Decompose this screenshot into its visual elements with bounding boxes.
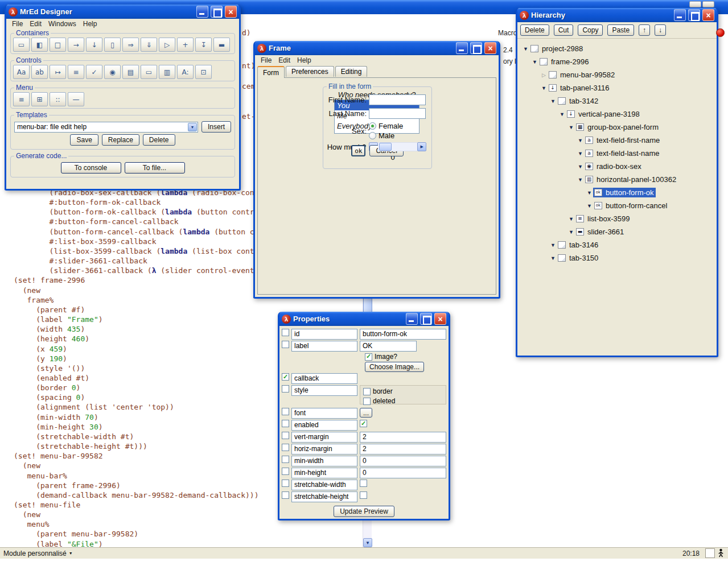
tree-item-tab-3142[interactable]: ▼tab-3142: [519, 94, 715, 108]
control-tool-button-10[interactable]: A:: [177, 65, 194, 79]
prop-name-stretchable-width[interactable]: stretchable-width: [291, 480, 357, 490]
control-tool-button-6[interactable]: ◉: [104, 65, 121, 79]
paste-button[interactable]: Paste: [607, 24, 634, 36]
font-ellipsis-button[interactable]: ...: [360, 408, 372, 418]
control-tool-button-8[interactable]: ▭: [141, 65, 157, 79]
chevron-down-icon[interactable]: ▼: [558, 111, 566, 117]
tree-item-list-box-3599[interactable]: ▼≡list-box-3599: [519, 212, 715, 225]
tree-item-button-form-cancel[interactable]: ▼okbutton-form-cancel: [519, 199, 715, 212]
container-tool-button-4[interactable]: →: [68, 38, 84, 52]
deleted-checkbox[interactable]: [363, 398, 371, 405]
control-tool-button-7[interactable]: ▤: [122, 65, 139, 79]
prop-select-checkbox[interactable]: [282, 432, 289, 439]
tab-form[interactable]: Form: [257, 66, 285, 78]
container-tool-button-1[interactable]: ▭: [13, 38, 30, 52]
prop-value-horiz-margin[interactable]: 2: [360, 444, 446, 455]
update-preview-button[interactable]: Update Preview: [334, 506, 394, 517]
background-window-button[interactable]: [689, 1, 701, 7]
radio-male[interactable]: Male: [369, 131, 403, 140]
tree-item-project-2988[interactable]: ▼project-2988: [519, 42, 715, 55]
template-select[interactable]: menu-bar: file edit help ▼: [14, 122, 198, 133]
prop-name-enabled[interactable]: enabled: [291, 420, 357, 431]
prop-select-checkbox[interactable]: [282, 480, 289, 487]
copy-button[interactable]: Copy: [578, 24, 603, 36]
stretchable-width-checkbox[interactable]: [360, 480, 367, 487]
prop-value-label[interactable]: OK: [360, 341, 417, 352]
menu-tool-button-3[interactable]: ::: [50, 92, 66, 106]
chevron-down-icon[interactable]: ▼: [549, 98, 557, 104]
prop-value-id[interactable]: button-form-ok: [360, 329, 446, 340]
frame-titlebar[interactable]: λ Frame ×: [255, 41, 499, 55]
container-tool-button-10[interactable]: +: [177, 38, 194, 52]
chevron-right-icon[interactable]: ▷: [540, 72, 548, 78]
tree-item-frame-2996[interactable]: ▼frame-2996: [519, 55, 715, 68]
module-language-selector[interactable]: Module personnalisé ▼: [3, 550, 73, 557]
prop-select-checkbox[interactable]: [282, 408, 289, 415]
background-window-button[interactable]: [702, 1, 714, 7]
ok-button[interactable]: ok: [351, 145, 365, 156]
prop-select-checkbox[interactable]: [282, 329, 289, 336]
cut-button[interactable]: Cut: [554, 24, 574, 36]
minimize-button[interactable]: [456, 42, 468, 54]
border-checkbox[interactable]: [363, 388, 371, 395]
close-button[interactable]: ×: [702, 9, 714, 21]
tree-item-horizontal-panel-100362[interactable]: ▼▥horizontal-panel-100362: [519, 173, 715, 186]
radio-female[interactable]: Female: [369, 122, 403, 130]
control-tool-button-2[interactable]: ab: [31, 65, 48, 79]
tree-item-text-field-first-name[interactable]: ▼atext-field-first-name: [519, 134, 715, 147]
to-file-button[interactable]: To file...: [125, 162, 185, 173]
maximize-button[interactable]: [211, 6, 223, 18]
prop-select-checkbox[interactable]: [282, 420, 289, 427]
close-button[interactable]: ×: [434, 313, 446, 325]
prop-name-vert-margin[interactable]: vert-margin: [291, 432, 357, 443]
last-name-input[interactable]: [369, 108, 426, 119]
frame-menu-help[interactable]: Help: [294, 56, 315, 64]
prop-name-min-height[interactable]: min-height: [291, 468, 357, 478]
prop-name-style[interactable]: style: [291, 385, 357, 396]
tree-item-group-box-panel-form[interactable]: ▼▦group-box-panel-form: [519, 121, 715, 134]
container-tool-button-3[interactable]: □: [50, 38, 66, 52]
minimize-button[interactable]: [674, 9, 686, 21]
menu-tool-button-4[interactable]: —: [68, 92, 84, 106]
minimize-button[interactable]: [196, 6, 208, 18]
chevron-down-icon[interactable]: ▼: [522, 46, 529, 52]
prop-name-stretchable-height[interactable]: stretchable-height: [291, 491, 357, 502]
chevron-down-icon[interactable]: ▼: [540, 85, 548, 91]
prop-name-horiz-margin[interactable]: horiz-margin: [291, 444, 357, 455]
slider-thumb[interactable]: [379, 143, 392, 151]
prop-name-min-width[interactable]: min-width: [291, 456, 357, 466]
prop-select-checkbox[interactable]: [282, 385, 289, 393]
container-tool-button-2[interactable]: ◧: [31, 38, 48, 52]
menu-tool-button-1[interactable]: ≡: [13, 92, 30, 106]
move-down-button[interactable]: ↓: [655, 24, 666, 36]
frame-menu-edit[interactable]: Edit: [275, 56, 294, 64]
maximize-button[interactable]: [420, 313, 432, 325]
control-tool-button-5[interactable]: ✓: [86, 65, 102, 79]
first-name-input[interactable]: [369, 94, 426, 105]
frame-menu-file[interactable]: File: [257, 56, 275, 64]
container-tool-button-11[interactable]: ↧: [195, 38, 212, 52]
chevron-down-icon[interactable]: ▼: [577, 177, 584, 183]
mred-titlebar[interactable]: λ MrEd Designer ×: [6, 5, 239, 19]
container-tool-button-12[interactable]: ▬: [213, 38, 230, 52]
prop-select-checkbox[interactable]: [282, 468, 289, 475]
prop-name-label[interactable]: label: [291, 341, 357, 352]
chevron-down-icon[interactable]: ▼: [577, 151, 584, 156]
minimize-button[interactable]: [406, 313, 418, 325]
prop-select-checkbox[interactable]: [282, 341, 289, 348]
save-button[interactable]: Save: [70, 134, 98, 146]
chevron-down-icon[interactable]: ▼: [549, 255, 557, 261]
hierarchy-titlebar[interactable]: λ Hierarchy ×: [517, 8, 717, 22]
control-tool-button-11[interactable]: ⊡: [195, 65, 212, 79]
move-up-button[interactable]: ↑: [639, 24, 650, 36]
prop-name-id[interactable]: id: [291, 329, 357, 340]
chevron-down-icon[interactable]: ▼: [567, 216, 575, 222]
chevron-down-icon[interactable]: ▼: [188, 123, 197, 131]
replace-button[interactable]: Replace: [102, 134, 139, 146]
chevron-down-icon[interactable]: ▼: [586, 203, 593, 209]
tree-item-menu-bar-99582[interactable]: ▷menu-bar-99582: [519, 68, 715, 81]
close-button[interactable]: ×: [225, 6, 237, 18]
chevron-down-icon[interactable]: ▼: [567, 125, 575, 130]
control-tool-button-1[interactable]: Aa: [13, 65, 30, 79]
menu-tool-button-2[interactable]: ⊞: [31, 92, 48, 106]
